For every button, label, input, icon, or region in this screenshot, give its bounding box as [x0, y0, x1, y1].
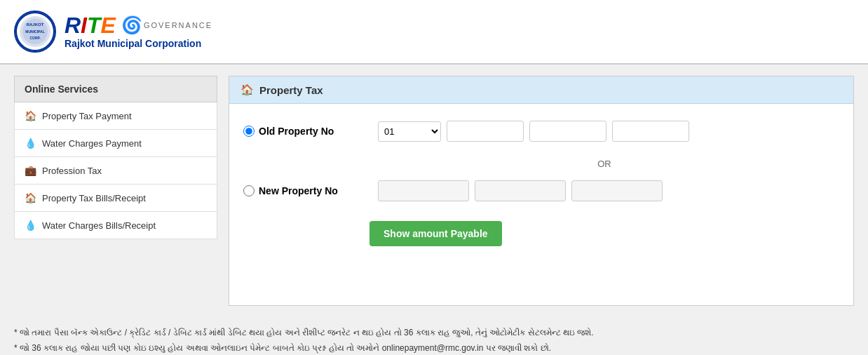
old-property-radio[interactable] [243, 126, 255, 137]
rite-e: E [101, 14, 116, 36]
content-header-icon: 🏠 [240, 83, 254, 96]
footer-notes: * જો તમારા પૈસા બૅન્ક એકાઉન્ટ / ક્રેડિટ … [0, 317, 868, 355]
sidebar: Online Services 🏠 Property Tax Payment 💧… [14, 76, 217, 306]
corporation-name: Rajkot Municipal Corporation [65, 38, 212, 49]
sidebar-item-water-charges-payment[interactable]: 💧 Water Charges Payment [14, 130, 217, 157]
briefcase-icon: 💼 [25, 165, 36, 176]
rite-logo: R I T E [65, 14, 116, 36]
water-icon: 💧 [25, 138, 36, 149]
page-header: RAJKOT MUNICIPAL CORP. R I T E 🌀 GOVERNA… [0, 0, 868, 65]
governance-text: GOVERNANCE [144, 21, 212, 29]
new-property-field2[interactable] [475, 180, 566, 201]
new-property-radio[interactable] [243, 185, 255, 196]
rite-i: I [81, 14, 87, 36]
svg-text:RAJKOT: RAJKOT [27, 22, 44, 27]
footer-note1: * જો તમારા પૈસા બૅન્ક એકાઉન્ટ / ક્રેડિટ … [14, 326, 854, 341]
sidebar-item-label: Property Tax Bills/Receipt [42, 193, 146, 203]
old-property-field3[interactable] [612, 121, 689, 142]
old-property-field2[interactable] [529, 121, 606, 142]
new-property-label[interactable]: New Property No [243, 185, 369, 196]
or-divider: OR [243, 156, 839, 180]
corporation-logo: RAJKOT MUNICIPAL CORP. [14, 11, 56, 53]
home2-icon: 🏠 [25, 192, 36, 203]
content-header: 🏠 Property Tax [229, 76, 853, 104]
sidebar-item-label: Property Tax Payment [42, 111, 132, 121]
sidebar-item-property-tax-payment[interactable]: 🏠 Property Tax Payment [14, 102, 217, 130]
home-icon: 🏠 [25, 110, 36, 121]
main-container: Online Services 🏠 Property Tax Payment 💧… [0, 65, 868, 317]
svg-text:MUNICIPAL: MUNICIPAL [25, 29, 44, 34]
old-property-inputs: 01 02 03 04 05 06 07 08 09 10 [378, 121, 689, 142]
new-property-field3[interactable] [571, 180, 663, 201]
sidebar-item-label: Water Charges Bills/Receipt [42, 220, 156, 231]
content-body: Old Property No 01 02 03 04 05 06 07 08 … [229, 104, 853, 263]
new-property-row: New Property No [243, 180, 839, 201]
content-title: Property Tax [259, 84, 323, 96]
footer-note2: * જો 36 કલાક રાહ જોયા પછી પણ કોઇ ઇશ્યુ હ… [14, 341, 854, 355]
svg-text:CORP.: CORP. [29, 36, 41, 40]
old-property-field1[interactable] [447, 121, 524, 142]
sidebar-header: Online Services [14, 76, 217, 102]
sidebar-item-profession-tax[interactable]: 💼 Profession Tax [14, 157, 217, 185]
new-property-inputs [378, 180, 663, 201]
rite-r: R [65, 14, 81, 36]
old-property-label[interactable]: Old Property No [243, 126, 369, 137]
new-property-field1[interactable] [378, 180, 469, 201]
old-property-row: Old Property No 01 02 03 04 05 06 07 08 … [243, 121, 839, 142]
ward-dropdown[interactable]: 01 02 03 04 05 06 07 08 09 10 [378, 121, 441, 142]
governance-logo: 🌀 GOVERNANCE [121, 15, 212, 35]
water2-icon: 💧 [25, 220, 36, 231]
rite-t: T [87, 14, 101, 36]
sidebar-item-water-charges-bills[interactable]: 💧 Water Charges Bills/Receipt [14, 212, 217, 239]
sidebar-item-label: Water Charges Payment [42, 138, 142, 149]
logo-text: R I T E 🌀 GOVERNANCE Rajkot Municipal Co… [65, 14, 212, 49]
sidebar-item-label: Profession Tax [42, 166, 102, 176]
logo-area: RAJKOT MUNICIPAL CORP. R I T E 🌀 GOVERNA… [14, 11, 212, 53]
content-area: 🏠 Property Tax Old Property No 01 02 03 … [229, 76, 854, 306]
sidebar-item-property-tax-bills[interactable]: 🏠 Property Tax Bills/Receipt [14, 185, 217, 212]
show-amount-button[interactable]: Show amount Payable [369, 221, 502, 246]
swirl-icon: 🌀 [121, 15, 142, 35]
